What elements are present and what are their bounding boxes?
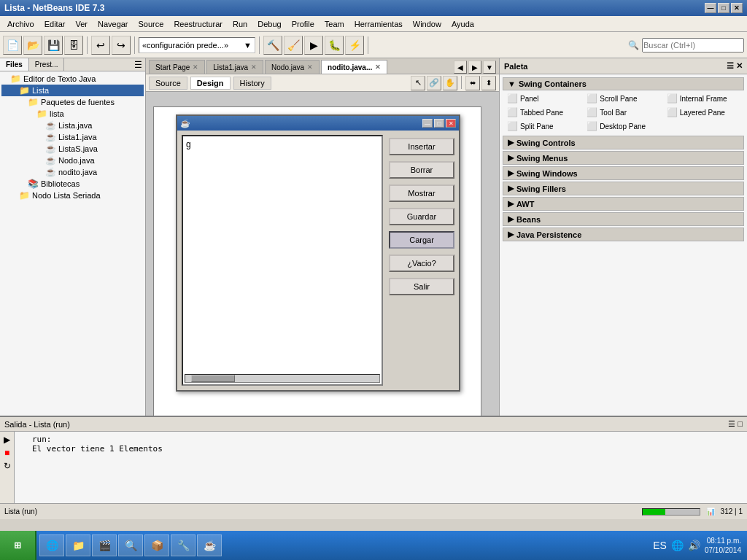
save-all-button[interactable]: 🗄 xyxy=(64,36,83,55)
tree-item-editordetextojava[interactable]: 📁Editor de Texto Java xyxy=(1,73,144,85)
tab-close-icon[interactable]: ✕ xyxy=(307,63,313,71)
editor-tab-noditojava[interactable]: nodito.java...✕ xyxy=(321,60,387,74)
paleta-item-tabbedpane[interactable]: ⬜Tabbed Pane xyxy=(504,106,583,119)
menu-item-ver[interactable]: Ver xyxy=(71,18,92,30)
save-button[interactable]: 💾 xyxy=(44,36,63,55)
paleta-section-header-javapersistence[interactable]: ▶Java Persistence xyxy=(503,228,744,241)
close-button[interactable]: ✕ xyxy=(731,3,743,13)
tab-close-icon[interactable]: ✕ xyxy=(375,63,381,71)
profile-button[interactable]: ⚡ xyxy=(345,36,364,55)
menu-item-run[interactable]: Run xyxy=(228,18,252,30)
taskbar-item-tools[interactable]: 🔧 xyxy=(171,534,196,556)
menu-item-herramientas[interactable]: Herramientas xyxy=(350,18,407,30)
panel-menu-icon[interactable]: ☰ xyxy=(134,60,142,70)
open-button[interactable]: 📂 xyxy=(23,36,42,55)
config-dropdown[interactable]: «configuración prede...» ▼ xyxy=(139,37,255,53)
menu-item-reestructurar[interactable]: Reestructurar xyxy=(169,18,227,30)
menu-item-window[interactable]: Window xyxy=(409,18,446,30)
java-listbox[interactable]: g xyxy=(182,135,383,386)
java-maximize-button[interactable]: □ xyxy=(434,119,444,128)
tab-dropdown-icon[interactable]: ▼ xyxy=(483,61,496,74)
java-close-button[interactable]: ✕ xyxy=(446,119,456,128)
horizontal-scrollbar[interactable] xyxy=(185,374,380,383)
menu-item-debug[interactable]: Debug xyxy=(253,18,285,30)
build-button[interactable]: 🔨 xyxy=(263,36,282,55)
paleta-item-splitpane[interactable]: ⬜Split Pane xyxy=(504,120,583,133)
paleta-section-header-swingfillers[interactable]: ▶Swing Fillers xyxy=(503,182,744,195)
align-center-icon[interactable]: ⬍ xyxy=(481,76,496,90)
move-tool-icon[interactable]: ✋ xyxy=(443,76,457,90)
scroll-right-icon[interactable]: ▶ xyxy=(468,61,481,74)
scrollbar-thumb[interactable] xyxy=(191,375,235,382)
align-left-icon[interactable]: ⬌ xyxy=(465,76,480,90)
java-button-cargar[interactable]: Cargar xyxy=(389,231,454,249)
taskbar-item-googlechrome[interactable]: 🔍 xyxy=(118,534,143,556)
paleta-item-layeredpane[interactable]: ⬜Layered Pane xyxy=(664,106,743,119)
java-button-borrar[interactable]: Borrar xyxy=(389,161,454,179)
tree-item-listasjava[interactable]: ☕ListaS.java xyxy=(1,143,144,155)
taskbar-item-internetexplorer[interactable]: 🌐 xyxy=(39,534,64,556)
debug-button[interactable]: 🐛 xyxy=(325,36,344,55)
run-button[interactable]: ▶ xyxy=(304,36,323,55)
redo-button[interactable]: ↪ xyxy=(112,36,131,55)
files-tab[interactable]: Files xyxy=(0,58,29,71)
java-minimize-button[interactable]: — xyxy=(422,119,433,128)
tree-item-bibliotecas[interactable]: 📚Bibliotecas xyxy=(1,178,144,190)
editor-tab-startpage[interactable]: Start Page✕ xyxy=(149,60,205,74)
new-button[interactable]: 📄 xyxy=(3,36,22,55)
paleta-section-header-awt[interactable]: ▶AWT xyxy=(503,197,744,211)
search-input[interactable] xyxy=(642,38,744,52)
paleta-options-icon[interactable]: ☰ xyxy=(727,61,734,71)
paleta-section-header-swingcontrols[interactable]: ▶Swing Controls xyxy=(503,136,744,149)
paleta-section-header-swingmenus[interactable]: ▶Swing Menus xyxy=(503,151,744,165)
rerun-icon[interactable]: ↻ xyxy=(4,461,11,471)
tab-close-icon[interactable]: ✕ xyxy=(251,63,257,71)
connection-tool-icon[interactable]: 🔗 xyxy=(427,76,441,90)
menu-item-editar[interactable]: Editar xyxy=(40,18,70,30)
scroll-left-icon[interactable]: ◀ xyxy=(454,61,467,74)
run-icon[interactable]: ▶ xyxy=(4,435,10,445)
speaker-icon[interactable]: 🔊 xyxy=(688,540,700,551)
menu-item-team[interactable]: Team xyxy=(320,18,349,30)
editor-tab-lista1java[interactable]: Lista1.java✕ xyxy=(206,60,263,74)
menu-item-profile[interactable]: Profile xyxy=(287,18,319,30)
paleta-section-header-beans[interactable]: ▶Beans xyxy=(503,212,744,226)
java-button-insertar[interactable]: Insertar xyxy=(389,138,454,155)
paleta-item-toolbar[interactable]: ⬜Tool Bar xyxy=(584,106,662,119)
tree-item-listajava[interactable]: ☕Lista.java xyxy=(1,120,144,131)
taskbar-item-netbeans[interactable]: 📦 xyxy=(144,534,169,556)
menu-item-archivo[interactable]: Archivo xyxy=(3,18,39,30)
java-button-salir[interactable]: Salir xyxy=(389,278,454,295)
paleta-item-panel[interactable]: ⬜Panel xyxy=(504,92,583,105)
taskbar-item-media[interactable]: 🎬 xyxy=(92,534,117,556)
paleta-item-desktoppane[interactable]: ⬜Desktop Pane xyxy=(584,120,662,133)
history-tab[interactable]: History xyxy=(233,77,271,90)
stop-icon[interactable]: ■ xyxy=(4,448,9,458)
java-button-vacio[interactable]: ¿Vacio? xyxy=(389,254,454,272)
prest-tab[interactable]: Prest... xyxy=(29,58,65,71)
paleta-section-header-swingwindows[interactable]: ▶Swing Windows xyxy=(503,166,744,180)
paleta-close-icon[interactable]: ✕ xyxy=(736,61,743,71)
output-options-icon[interactable]: ☰ xyxy=(728,419,735,429)
tree-item-lista[interactable]: 📁lista xyxy=(1,108,144,120)
tree-item-lista[interactable]: 📁Lista xyxy=(1,85,144,96)
tree-item-paquetesdefuentes[interactable]: 📁Paquetes de fuentes xyxy=(1,96,144,108)
minimize-button[interactable]: — xyxy=(705,3,716,13)
maximize-button[interactable]: □ xyxy=(718,3,729,13)
network-icon[interactable]: 🌐 xyxy=(671,540,684,551)
start-button[interactable]: ⊞ xyxy=(0,531,36,560)
output-maximize-icon[interactable]: □ xyxy=(738,419,743,429)
tree-item-nodojava[interactable]: ☕Nodo.java xyxy=(1,155,144,166)
source-tab[interactable]: Source xyxy=(149,77,187,90)
java-button-mostrar[interactable]: Mostrar xyxy=(389,184,454,202)
taskbar-item-java[interactable]: ☕ xyxy=(197,534,222,556)
menu-item-source[interactable]: Source xyxy=(134,18,169,30)
paleta-item-scrollpane[interactable]: ⬜Scroll Pane xyxy=(584,92,662,105)
menu-item-navegar[interactable]: Navegar xyxy=(93,18,133,30)
select-tool-icon[interactable]: ↖ xyxy=(411,76,425,90)
paleta-section-header-swingcontainers[interactable]: ▼Swing Containers xyxy=(503,77,744,90)
taskbar-item-explorer[interactable]: 📁 xyxy=(66,534,90,556)
menu-item-ayuda[interactable]: Ayuda xyxy=(447,18,479,30)
java-button-guardar[interactable]: Guardar xyxy=(389,208,454,225)
tab-close-icon[interactable]: ✕ xyxy=(193,63,198,71)
